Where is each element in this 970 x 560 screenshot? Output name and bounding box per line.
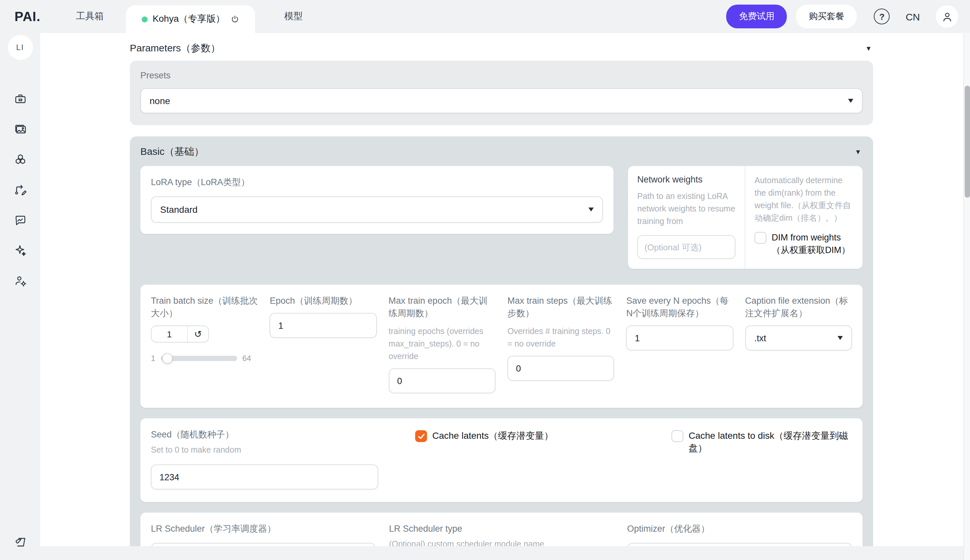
network-weights-left: Network weights Path to an existing LoRA… (628, 166, 745, 269)
cache-latents-label: Cache latents（缓存潜变量） (432, 430, 553, 442)
slider-max-label: 64 (242, 354, 251, 363)
presets-group: Presets none (130, 61, 873, 125)
chevron-down-icon (838, 336, 843, 340)
status-dot-icon (142, 16, 147, 22)
dim-from-weights-checkbox-row[interactable]: DIM from weights（从权重获取DIM） (755, 231, 855, 256)
lr-scheduler-type-label: LR Scheduler type (389, 522, 614, 535)
lr-scheduler-select[interactable]: cosine (151, 543, 376, 546)
scrollbar-thumb[interactable] (965, 86, 970, 198)
collapse-arrow-icon[interactable]: ▼ (865, 45, 872, 52)
cache-latents-checkbox[interactable] (415, 430, 427, 442)
epoch-label: Epoch（训练周期数） (270, 295, 377, 307)
train-batch-size-field: Train batch size（训练批次大小） 1 ↺ 1 64 (151, 295, 258, 393)
check-icon (417, 432, 425, 440)
dim-from-weights-checkbox[interactable] (755, 232, 767, 244)
max-train-epoch-input[interactable] (388, 368, 495, 393)
optimizer-field: Optimizer（优化器） AdamW8bit (627, 522, 852, 546)
reset-icon[interactable]: ↺ (188, 326, 208, 342)
epoch-input[interactable] (270, 313, 377, 338)
network-weights-input[interactable] (637, 235, 735, 259)
chevron-down-icon (588, 208, 594, 212)
sidebar-item-enhance[interactable] (13, 244, 27, 257)
seed-label: Seed（随机数种子） (151, 428, 415, 441)
train-batch-size-value: 1 (152, 326, 188, 342)
sidebar-item-account[interactable] (13, 274, 27, 287)
quill-document-icon (13, 536, 27, 549)
sidebar-avatar[interactable]: LI (8, 35, 33, 60)
train-batch-size-stepper[interactable]: 1 ↺ (151, 325, 209, 343)
sidebar-item-feedback[interactable] (13, 536, 27, 549)
caption-extension-label: Caption file extension（标注文件扩展名） (745, 295, 852, 320)
gallery-icon (13, 123, 27, 136)
sidebar-item-caption[interactable] (13, 213, 27, 227)
epoch-field: Epoch（训练周期数） (270, 295, 377, 393)
train-batch-size-slider: 1 64 (151, 354, 258, 363)
cache-latents-to-disk-checkbox-row[interactable]: Cache latents to disk（缓存潜变量到磁盘） (672, 430, 852, 455)
user-avatar-button[interactable] (936, 5, 958, 28)
caption-extension-field: Caption file extension（标注文件扩展名） .txt (745, 295, 852, 393)
user-icon (941, 10, 953, 23)
tab-toolbox[interactable]: 工具箱 (68, 10, 112, 22)
help-icon[interactable]: ? (874, 8, 890, 24)
sidebar-item-workflow[interactable] (13, 183, 27, 196)
caption-extension-value: .txt (754, 333, 766, 343)
presets-value: none (150, 95, 170, 106)
optimizer-select[interactable]: AdamW8bit (627, 543, 852, 546)
sidebar: LI (0, 33, 40, 560)
sidebar-item-models[interactable] (13, 153, 27, 166)
cache-latents-checkbox-row[interactable]: Cache latents（缓存潜变量） (415, 430, 672, 442)
parameters-title: Parameters（参数） (130, 42, 220, 55)
max-train-epoch-info: training epochs (overrides max_train_ste… (388, 325, 495, 363)
presets-label: Presets (140, 69, 863, 82)
save-every-n-epochs-input[interactable] (627, 325, 733, 350)
sparkles-icon (13, 244, 27, 257)
cache-latents-to-disk-checkbox[interactable] (672, 430, 683, 442)
network-weights-info: Path to an existing LoRA network weights… (637, 190, 735, 228)
slider-track[interactable] (160, 356, 237, 361)
workflow-edit-icon (13, 183, 27, 196)
language-switcher[interactable]: CN (906, 11, 920, 22)
max-train-steps-label: Max train steps（最大训练步数） (507, 295, 615, 320)
seed-field: Seed（随机数种子） Set to 0 to make random (151, 428, 415, 490)
lora-type-value: Standard (160, 204, 198, 215)
parameters-accordion-header[interactable]: Parameters（参数） ▼ (130, 33, 873, 61)
lr-optimizer-card: LR Scheduler（学习率调度器） cosine LR Scheduler… (140, 513, 863, 546)
slider-min-label: 1 (151, 354, 155, 363)
power-icon[interactable] (230, 14, 240, 24)
collapse-arrow-icon[interactable]: ▼ (855, 148, 861, 155)
max-train-steps-input[interactable] (507, 356, 615, 381)
caption-extension-select[interactable]: .txt (745, 325, 852, 350)
tab-model[interactable]: 模型 (277, 10, 311, 22)
lr-scheduler-field: LR Scheduler（学习率调度器） cosine (151, 522, 376, 546)
lr-scheduler-label: LR Scheduler（学习率调度器） (151, 522, 376, 535)
seed-input[interactable] (151, 465, 378, 490)
network-weights-title: Network weights (637, 175, 735, 185)
sidebar-item-toolbox[interactable] (13, 92, 27, 105)
seed-info: Set to 0 to make random (151, 444, 415, 457)
form-content: Parameters（参数） ▼ Presets none Basic（基础） … (130, 33, 873, 546)
basic-accordion-header[interactable]: Basic（基础） ▼ (140, 144, 863, 166)
train-batch-size-label: Train batch size（训练批次大小） (151, 295, 258, 320)
tab-kohya-active[interactable]: Kohya（专享版） (126, 5, 255, 33)
network-weights-card: Network weights Path to an existing LoRA… (628, 166, 863, 269)
scrollbar-track[interactable] (963, 33, 970, 560)
lr-scheduler-type-field: LR Scheduler type (Optional) custom sche… (389, 522, 614, 546)
tab-kohya-label: Kohya（专享版） (153, 13, 225, 25)
max-train-steps-field: Max train steps（最大训练步数） Overrides # trai… (507, 295, 615, 393)
top-bar: PAI. 工具箱 Kohya（专享版） 模型 免费试用 购买套餐 ? CN (0, 0, 970, 33)
app-logo: PAI. (15, 9, 40, 24)
presets-select[interactable]: none (140, 88, 863, 113)
lora-type-card: LoRA type（LoRA类型） Standard (140, 166, 613, 234)
seed-cache-card: Seed（随机数种子） Set to 0 to make random Cach… (140, 418, 863, 502)
cache-latents-to-disk-field: Cache latents to disk（缓存潜变量到磁盘） (672, 428, 852, 490)
user-settings-icon (13, 274, 27, 287)
cache-latents-to-disk-label: Cache latents to disk（缓存潜变量到磁盘） (688, 430, 852, 455)
free-trial-button[interactable]: 免费试用 (727, 5, 787, 28)
lora-type-select[interactable]: Standard (151, 196, 603, 223)
save-every-n-epochs-label: Save every N epochs（每N个训练周期保存） (627, 295, 733, 320)
auto-dim-info: Automatically determine the dim(rank) fr… (755, 175, 855, 225)
slider-handle[interactable] (162, 353, 172, 364)
sidebar-item-gallery[interactable] (13, 123, 27, 136)
optimizer-label: Optimizer（优化器） (627, 522, 852, 535)
purchase-plan-button[interactable]: 购买套餐 (797, 5, 857, 28)
